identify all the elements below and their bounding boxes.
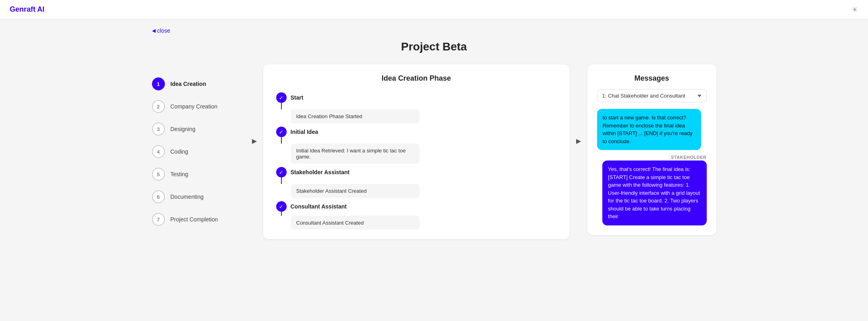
timeline-step-stakeholder: ✓ Stakeholder Assistant Stakeholder Assi…	[276, 167, 560, 201]
nav-arrow-left[interactable]: ▶	[249, 65, 260, 145]
checkmark-icon: ✓	[279, 95, 283, 101]
sidebar-item-company-creation[interactable]: 2 Company Creation	[152, 95, 249, 118]
step-circle-3: 3	[152, 123, 165, 135]
checkmark-icon-4: ✓	[279, 204, 283, 210]
step-label-5: Testing	[171, 171, 188, 177]
step-circle-1: 1	[152, 77, 165, 90]
timeline-line-consultant	[281, 212, 282, 216]
timeline-label-consultant: Consultant Assistant	[291, 203, 347, 210]
timeline-icon-consultant: ✓	[276, 201, 287, 212]
timeline-line-initial-idea	[281, 137, 282, 144]
timeline-step-consultant: ✓ Consultant Assistant Consultant Assist…	[276, 201, 560, 229]
sidebar: 1 Idea Creation 2 Company Creation 3 Des…	[152, 65, 249, 239]
timeline-row-initial-idea: ✓ Initial Idea	[276, 127, 560, 137]
timeline-row-start: ✓ Start	[276, 92, 560, 103]
step-label-3: Designing	[171, 126, 196, 132]
timeline-label-stakeholder: Stakeholder Assistant	[291, 169, 350, 175]
step-label-2: Company Creation	[171, 103, 218, 110]
step-label-7: Project Completion	[171, 216, 218, 223]
messages-list: to start a new game. Is that correct? Re…	[597, 109, 707, 225]
message-bubble-cyan: to start a new game. Is that correct? Re…	[597, 109, 701, 150]
timeline-line-stakeholder	[281, 177, 282, 184]
close-arrow-icon: ◀	[152, 28, 156, 33]
step-circle-5: 5	[152, 168, 165, 181]
timeline-icon-start: ✓	[276, 92, 287, 103]
step-label-4: Coding	[171, 148, 188, 155]
messages-panel: Messages 1: Chat Stakeholder and Consult…	[587, 65, 716, 235]
center-panel-title: Idea Creation Phase	[273, 74, 560, 83]
center-panel: Idea Creation Phase ✓ Start Idea Creatio…	[263, 65, 570, 239]
message-wrapper-blue: STAKEHOLDER Yes, that's correct! The fin…	[597, 155, 707, 225]
sidebar-item-testing[interactable]: 5 Testing	[152, 163, 249, 186]
timeline-step-start: ✓ Start Idea Creation Phase Started	[276, 92, 560, 127]
timeline-icon-stakeholder: ✓	[276, 167, 287, 177]
checkmark-icon-3: ✓	[279, 169, 283, 175]
step-label-1: Idea Creation	[171, 81, 206, 87]
timeline-row-consultant: ✓ Consultant Assistant	[276, 201, 560, 212]
timeline-card-initial-idea: Initial Idea Retrieved: I want a simple …	[291, 144, 420, 164]
close-link-row: ◀ close	[152, 27, 716, 34]
message-bubble-blue: Yes, that's correct! The final idea is: …	[602, 160, 706, 225]
sidebar-item-designing[interactable]: 3 Designing	[152, 118, 249, 140]
timeline-label-initial-idea: Initial Idea	[291, 129, 318, 135]
step-label-6: Documenting	[171, 194, 204, 200]
timeline-card-stakeholder: Stakeholder Assistant Created	[291, 184, 420, 198]
timeline-step-initial-idea: ✓ Initial Idea Initial Idea Retrieved: I…	[276, 127, 560, 167]
sidebar-item-documenting[interactable]: 6 Documenting	[152, 186, 249, 208]
timeline-line-start	[281, 103, 282, 109]
message-sender-stakeholder: STAKEHOLDER	[671, 155, 706, 160]
sidebar-item-coding[interactable]: 4 Coding	[152, 140, 249, 163]
timeline: ✓ Start Idea Creation Phase Started ✓ In…	[273, 92, 560, 229]
main-content: ◀ close Project Beta 1 Idea Creation 2 C…	[0, 19, 868, 247]
close-label: close	[157, 27, 171, 34]
messages-dropdown[interactable]: 1: Chat Stakeholder and Consultant	[597, 89, 707, 102]
timeline-card-consultant: Consultant Assistant Created	[291, 216, 420, 229]
timeline-card-start: Idea Creation Phase Started	[291, 109, 420, 123]
sidebar-item-project-completion[interactable]: 7 Project Completion	[152, 208, 249, 231]
checkmark-icon-2: ✓	[279, 129, 283, 135]
header: Genraft AI ☀	[0, 0, 868, 19]
close-link[interactable]: ◀ close	[152, 27, 171, 34]
timeline-label-start: Start	[291, 94, 304, 101]
timeline-icon-initial-idea: ✓	[276, 127, 287, 137]
sidebar-item-idea-creation[interactable]: 1 Idea Creation	[152, 73, 249, 95]
logo[interactable]: Genraft AI	[10, 5, 44, 14]
content-row: 1 Idea Creation 2 Company Creation 3 Des…	[152, 65, 716, 239]
step-circle-2: 2	[152, 100, 165, 113]
messages-title: Messages	[597, 74, 707, 83]
step-circle-6: 6	[152, 190, 165, 203]
timeline-row-stakeholder: ✓ Stakeholder Assistant	[276, 167, 560, 177]
page-title: Project Beta	[401, 40, 467, 53]
step-circle-7: 7	[152, 213, 165, 226]
nav-arrow-right[interactable]: ▶	[573, 65, 584, 145]
step-circle-4: 4	[152, 145, 165, 158]
theme-icon[interactable]: ☀	[851, 5, 858, 15]
message-wrapper-cyan: to start a new game. Is that correct? Re…	[597, 109, 707, 150]
